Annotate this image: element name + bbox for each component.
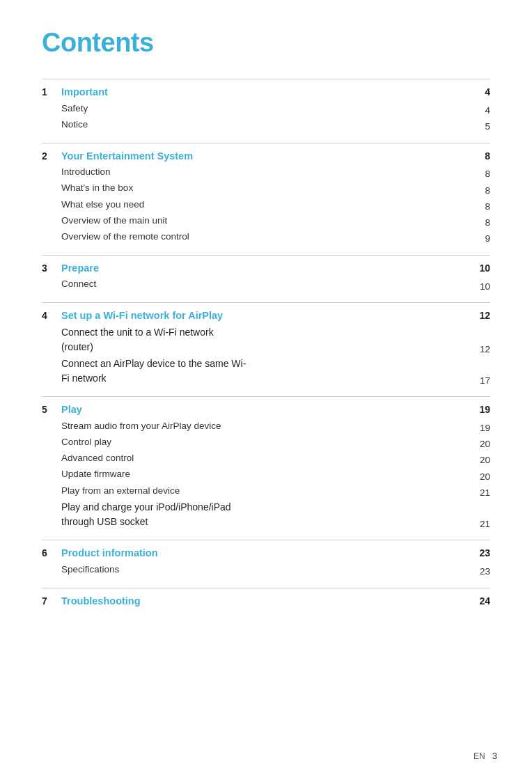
toc-item-page-2-3: 8 [469,217,490,228]
toc-section-3: 3Prepare10Connect10 [42,255,490,299]
toc-section-index-2: 2 [42,150,54,162]
toc-item-page-5-3: 20 [469,471,490,482]
toc-item-5-5: Play and charge your iPod/iPhone/iPad th… [42,499,490,530]
toc-item-2-2: What else you need8 [42,196,490,212]
toc-section-7: 7Troubleshooting24 [42,588,490,616]
toc-item-page-2-0: 8 [469,169,490,179]
toc-section-header-2: 2Your Entertainment System8 [42,150,490,162]
toc-section-page-7: 24 [479,595,490,607]
toc-section-header-4: 4Set up a Wi-Fi network for AirPlay12 [42,310,490,321]
toc-item-label-4-1: Connect an AirPlay device to the same Wi… [42,357,247,386]
toc-section-index-6: 6 [42,547,54,558]
toc-section-index-5: 5 [42,404,54,415]
toc-section-header-7: 7Troubleshooting24 [42,595,490,607]
toc-item-page-5-4: 21 [469,487,490,498]
toc-section-title-3: Prepare [61,263,99,274]
toc-section-2: 2Your Entertainment System8Introduction8… [42,143,490,252]
toc-item-4-1: Connect an AirPlay device to the same Wi… [42,355,490,386]
toc-section-index-1: 1 [42,86,54,97]
toc-item-5-1: Control play20 [42,434,490,450]
toc-item-page-2-2: 8 [469,201,490,212]
toc-item-page-5-5: 21 [469,519,490,529]
toc-item-5-3: Update firmware20 [42,467,490,483]
toc-item-label-6-0: Specifications [42,563,119,577]
toc-item-label-2-2: What else you need [42,198,144,212]
footer-page: 3 [492,751,497,761]
toc-item-label-1-0: Safety [42,102,88,116]
toc-section-page-2: 8 [485,150,490,162]
toc-section-page-3: 10 [479,263,490,274]
toc-item-label-2-1: What's in the box [42,181,133,195]
toc-item-page-5-0: 19 [469,423,490,433]
toc-item-label-4-0: Connect the unit to a Wi-Fi network (rou… [42,325,247,354]
toc-section-4: 4Set up a Wi-Fi network for AirPlay12Con… [42,302,490,393]
toc-item-page-2-1: 8 [469,185,490,196]
footer: EN 3 [474,751,497,761]
page-title: Contents [42,28,490,58]
toc-item-page-4-0: 12 [469,344,490,354]
toc-item-3-0: Connect10 [42,276,490,292]
toc-item-label-5-3: Update firmware [42,467,130,481]
toc-section-title-2: Your Entertainment System [61,150,193,162]
toc-item-label-1-1: Notice [42,118,88,132]
toc-item-page-1-1: 5 [469,121,490,132]
toc-item-page-1-0: 4 [469,105,490,116]
footer-lang: EN [474,751,485,761]
toc-item-label-5-4: Play from an external device [42,484,180,498]
toc-item-page-2-4: 9 [469,233,490,244]
toc-section-index-4: 4 [42,310,54,321]
toc-section-page-4: 12 [479,310,490,321]
toc-section-title-4: Set up a Wi-Fi network for AirPlay [61,310,223,321]
toc-section-index-7: 7 [42,595,54,607]
toc-section-index-3: 3 [42,263,54,274]
toc-item-1-1: Notice5 [42,116,490,132]
toc-item-2-3: Overview of the main unit8 [42,212,490,228]
toc-item-page-3-0: 10 [469,281,490,292]
toc-section-title-1: Important [61,86,108,97]
toc-section-page-6: 23 [479,547,490,558]
toc-item-2-4: Overview of the remote control9 [42,229,490,245]
toc-item-label-3-0: Connect [42,277,96,291]
toc-item-page-5-1: 20 [469,439,490,449]
toc-item-5-4: Play from an external device21 [42,483,490,499]
toc-item-label-2-3: Overview of the main unit [42,214,167,228]
toc-item-page-6-0: 23 [469,566,490,577]
toc-item-label-5-0: Stream audio from your AirPlay device [42,419,221,433]
toc-section-1: 1Important4Safety4Notice5 [42,79,490,140]
toc-item-page-5-2: 20 [469,455,490,465]
toc-item-5-0: Stream audio from your AirPlay device19 [42,418,490,434]
toc-section-title-5: Play [61,404,82,415]
toc-section-header-3: 3Prepare10 [42,263,490,274]
toc-item-page-4-1: 17 [469,375,490,386]
toc-item-label-2-0: Introduction [42,165,111,179]
toc-section-title-6: Product information [61,547,158,558]
toc-section-header-5: 5Play19 [42,404,490,415]
toc-item-6-0: Specifications23 [42,561,490,577]
toc-item-label-2-4: Overview of the remote control [42,230,189,244]
toc-container: 1Important4Safety4Notice52Your Entertain… [42,79,490,616]
toc-item-label-5-1: Control play [42,435,111,449]
toc-item-5-2: Advanced control20 [42,451,490,467]
toc-section-header-1: 1Important4 [42,86,490,97]
page-content: Contents 1Important4Safety4Notice52Your … [0,0,532,647]
toc-item-4-0: Connect the unit to a Wi-Fi network (rou… [42,324,490,355]
toc-item-1-0: Safety4 [42,100,490,116]
toc-section-page-5: 19 [479,404,490,415]
toc-section-title-7: Troubleshooting [61,595,141,607]
toc-item-label-5-5: Play and charge your iPod/iPhone/iPad th… [42,500,247,529]
toc-item-label-5-2: Advanced control [42,451,134,465]
toc-section-header-6: 6Product information23 [42,547,490,558]
toc-section-5: 5Play19Stream audio from your AirPlay de… [42,396,490,537]
toc-item-2-1: What's in the box8 [42,180,490,196]
toc-item-2-0: Introduction8 [42,164,490,180]
toc-section-page-1: 4 [485,86,490,97]
toc-section-6: 6Product information23Specifications23 [42,540,490,584]
